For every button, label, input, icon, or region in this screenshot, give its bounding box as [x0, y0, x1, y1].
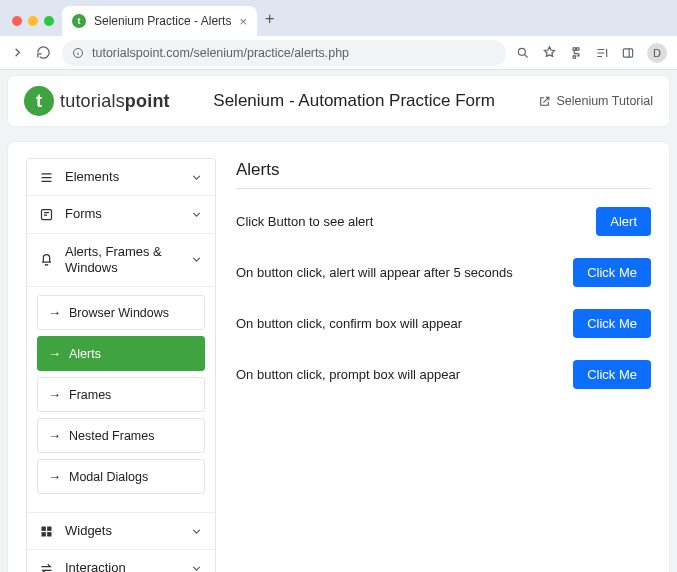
svg-rect-5 [47, 526, 51, 530]
sidebar-item-elements[interactable]: Elements [27, 159, 215, 196]
sub-item-label: Browser Windows [69, 306, 169, 320]
alert-row: On button click, confirm box will appear… [236, 309, 651, 338]
logo-mark-icon: t [24, 86, 54, 116]
bell-icon [39, 252, 55, 267]
browser-tab[interactable]: t Selenium Practice - Alerts × [62, 6, 257, 36]
arrow-right-icon: → [48, 387, 61, 402]
list-icon [39, 170, 55, 185]
site-logo[interactable]: t tutorialspoint [24, 86, 170, 116]
site-info-icon[interactable] [72, 47, 84, 59]
address-bar[interactable]: tutorialspoint.com/selenium/practice/ale… [62, 40, 506, 66]
sidebar-item-alerts-frames-windows[interactable]: Alerts, Frames & Windows [27, 234, 215, 288]
chevron-down-icon [190, 562, 203, 572]
alert-desc: On button click, prompt box will appear [236, 367, 573, 382]
sidebar-item-label: Widgets [65, 523, 180, 539]
sidepanel-icon[interactable] [621, 46, 635, 60]
extensions-icon[interactable] [569, 46, 583, 60]
sub-item-label: Alerts [69, 347, 101, 361]
sidebar-item-widgets[interactable]: Widgets [27, 513, 215, 550]
minimize-window-dot[interactable] [28, 16, 38, 26]
external-link-icon [538, 95, 551, 108]
prompt-button[interactable]: Click Me [573, 360, 651, 389]
address-bar-row: tutorialspoint.com/selenium/practice/ale… [0, 36, 677, 70]
new-tab-button[interactable]: + [257, 10, 282, 36]
chevron-down-icon [190, 525, 203, 538]
swap-icon [39, 561, 55, 572]
confirm-button[interactable]: Click Me [573, 309, 651, 338]
arrow-right-icon: → [48, 469, 61, 484]
body-card: Elements Forms Alerts, Frames & Windows [8, 142, 669, 572]
alert-row: On button click, prompt box will appear … [236, 360, 651, 389]
widgets-icon [39, 524, 55, 539]
svg-rect-2 [623, 48, 632, 56]
svg-rect-6 [42, 532, 46, 536]
sub-item-nested-frames[interactable]: → Nested Frames [37, 418, 205, 453]
alert-desc: Click Button to see alert [236, 214, 596, 229]
sub-item-label: Nested Frames [69, 429, 154, 443]
svg-rect-7 [47, 532, 51, 536]
alert-desc: On button click, confirm box will appear [236, 316, 573, 331]
close-tab-icon[interactable]: × [239, 14, 247, 29]
selenium-tutorial-link[interactable]: Selenium Tutorial [538, 94, 653, 108]
page-header: t tutorialspoint Selenium - Automation P… [8, 76, 669, 126]
sidebar-item-interaction[interactable]: Interaction [27, 550, 215, 572]
sub-item-label: Frames [69, 388, 111, 402]
chevron-down-icon [190, 171, 203, 184]
logo-text: tutorialspoint [60, 91, 170, 112]
toolbar-icons: D [516, 43, 667, 63]
chevron-down-icon [190, 208, 203, 221]
url-text: tutorialspoint.com/selenium/practice/ale… [92, 46, 349, 60]
tab-title: Selenium Practice - Alerts [94, 14, 231, 28]
main-heading: Alerts [236, 160, 651, 189]
form-icon [39, 207, 55, 222]
chevron-down-icon [190, 253, 203, 266]
favicon-icon: t [72, 14, 86, 28]
forward-icon[interactable] [10, 45, 26, 60]
svg-rect-4 [42, 526, 46, 530]
page-title: Selenium - Automation Practice Form [170, 91, 539, 111]
alert-row: Click Button to see alert Alert [236, 207, 651, 236]
close-window-dot[interactable] [12, 16, 22, 26]
reload-icon[interactable] [36, 45, 52, 60]
svg-point-1 [518, 48, 525, 55]
sub-item-alerts[interactable]: → Alerts [37, 336, 205, 371]
sidebar-item-label: Interaction [65, 560, 180, 572]
alert-row: On button click, alert will appear after… [236, 258, 651, 287]
bookmark-star-icon[interactable] [542, 45, 557, 60]
browser-tab-strip: t Selenium Practice - Alerts × + [0, 0, 677, 36]
main-panel: Alerts Click Button to see alert Alert O… [236, 158, 651, 572]
sidebar-sublist: → Browser Windows → Alerts → Frames → Ne… [27, 287, 215, 513]
sub-item-modal-dialogs[interactable]: → Modal Dialogs [37, 459, 205, 494]
sidebar-item-label: Alerts, Frames & Windows [65, 244, 180, 277]
maximize-window-dot[interactable] [44, 16, 54, 26]
sub-item-browser-windows[interactable]: → Browser Windows [37, 295, 205, 330]
zoom-icon[interactable] [516, 46, 530, 60]
sub-item-label: Modal Dialogs [69, 470, 148, 484]
reading-list-icon[interactable] [595, 46, 609, 60]
sidebar-item-label: Forms [65, 206, 180, 222]
delayed-alert-button[interactable]: Click Me [573, 258, 651, 287]
arrow-right-icon: → [48, 428, 61, 443]
profile-avatar[interactable]: D [647, 43, 667, 63]
sidebar-item-forms[interactable]: Forms [27, 196, 215, 233]
alert-desc: On button click, alert will appear after… [236, 265, 573, 280]
arrow-right-icon: → [48, 305, 61, 320]
sidebar: Elements Forms Alerts, Frames & Windows [26, 158, 216, 572]
alert-button[interactable]: Alert [596, 207, 651, 236]
arrow-right-icon: → [48, 346, 61, 361]
window-controls [8, 16, 62, 36]
sub-item-frames[interactable]: → Frames [37, 377, 205, 412]
sidebar-item-label: Elements [65, 169, 180, 185]
page-area: t tutorialspoint Selenium - Automation P… [0, 70, 677, 572]
